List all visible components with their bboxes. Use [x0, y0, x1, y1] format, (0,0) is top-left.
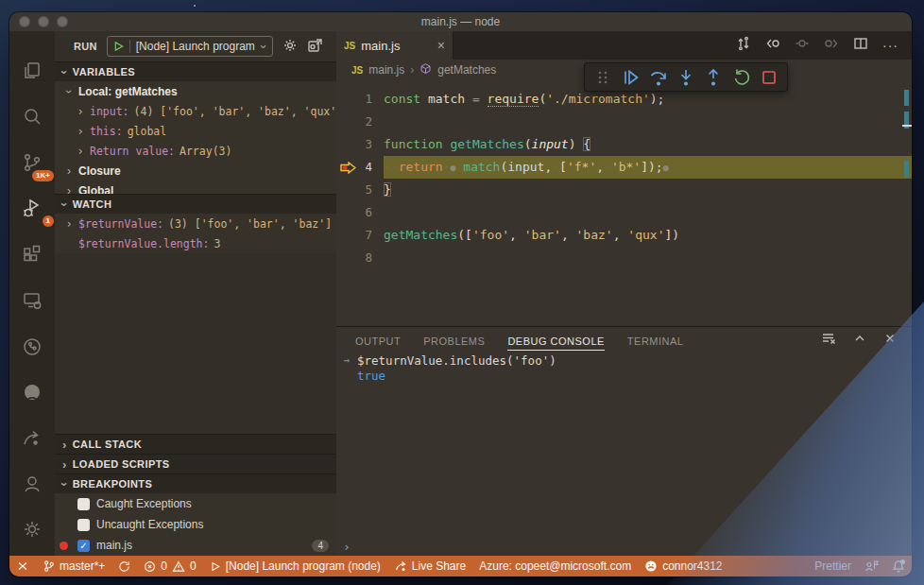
- active-debug-session[interactable]: [Node] Launch program (node): [203, 556, 387, 576]
- tab-close-icon[interactable]: ×: [437, 38, 445, 53]
- problems-status[interactable]: 0 0: [137, 556, 202, 576]
- breakpoint-caught-exceptions[interactable]: Caught Exceptions: [55, 493, 336, 514]
- tab-mainjs[interactable]: JS main.js ×: [336, 31, 453, 60]
- variable-row[interactable]: › input: (4) ['foo', 'bar', 'baz', 'qux'…: [55, 101, 336, 121]
- code-text: [384, 111, 912, 133]
- prettier-status[interactable]: Prettier: [808, 556, 858, 576]
- github-icon[interactable]: [9, 370, 55, 416]
- variable-value: global: [128, 125, 167, 138]
- watch-section-header[interactable]: › WATCH: [55, 194, 336, 214]
- code-editor[interactable]: 1const match = require('./micromatch');2…: [336, 80, 912, 326]
- feedback-icon[interactable]: [858, 556, 885, 576]
- code-text: getMatches(['foo', 'bar', 'baz', 'qux']): [384, 224, 912, 247]
- compare-changes-icon[interactable]: [736, 36, 751, 55]
- scm-badge: 1K+: [32, 170, 54, 181]
- code-line-6: 6: [336, 201, 912, 224]
- code-text: }: [384, 179, 912, 201]
- loaded-scripts-section-header[interactable]: › LOADED SCRIPTS: [55, 454, 336, 473]
- launch-config-dropdown[interactable]: [Node] Launch program ›: [107, 36, 273, 57]
- code-text: function getMatches(input) {: [384, 133, 912, 156]
- warning-count: 0: [190, 559, 197, 573]
- git-branch-status[interactable]: master*+: [36, 556, 111, 576]
- code-text: [384, 201, 912, 224]
- tab-terminal[interactable]: TERMINAL: [627, 331, 684, 350]
- debug-session-label: [Node] Launch program (node): [226, 559, 381, 573]
- breakpoint-gutter[interactable]: [336, 133, 359, 156]
- scope-closure[interactable]: › Closure: [55, 161, 336, 181]
- live-share-status[interactable]: Live Share: [387, 556, 472, 576]
- debug-console-content[interactable]: → $returnValue.includes('foo') true ›: [336, 353, 912, 556]
- debug-settings-gear-icon[interactable]: [282, 38, 298, 56]
- tab-problems[interactable]: PROBLEMS: [423, 331, 485, 350]
- breadcrumb-file[interactable]: main.js: [368, 63, 404, 77]
- restart-button[interactable]: [729, 65, 754, 90]
- editor-group: JS main.js ×: [336, 31, 912, 556]
- checkbox-unchecked[interactable]: [77, 519, 90, 531]
- split-editor-icon[interactable]: [853, 36, 868, 55]
- line-number: 4: [359, 156, 384, 179]
- step-into-button[interactable]: [674, 65, 698, 90]
- remote-explorer-icon[interactable]: [9, 278, 55, 324]
- navigate-back-icon[interactable]: [765, 36, 780, 55]
- js-file-icon: JS: [344, 41, 355, 51]
- breakpoint-gutter[interactable]: [336, 247, 359, 269]
- checkbox-checked[interactable]: ✓: [77, 540, 90, 552]
- overview-ruler[interactable]: [902, 80, 912, 326]
- accounts-icon[interactable]: [9, 461, 55, 507]
- more-actions-icon[interactable]: ···: [882, 38, 898, 53]
- debug-badge: 1: [43, 215, 54, 227]
- step-out-button[interactable]: [701, 65, 726, 90]
- breakpoint-uncaught-exceptions[interactable]: Uncaught Exceptions: [55, 514, 336, 535]
- source-control-icon[interactable]: 1K+: [9, 140, 55, 186]
- notifications-bell-icon[interactable]: [885, 556, 912, 576]
- continue-button[interactable]: [618, 65, 642, 90]
- github-account-status[interactable]: connor4312: [638, 556, 728, 576]
- settings-gear-icon[interactable]: [9, 507, 55, 552]
- console-input-row[interactable]: ›: [336, 539, 912, 556]
- breakpoints-section-header[interactable]: › BREAKPOINTS: [55, 473, 336, 493]
- breakpoint-gutter[interactable]: [336, 201, 359, 224]
- explorer-icon[interactable]: [9, 48, 55, 95]
- variable-row[interactable]: › Return value: Array(3): [55, 141, 336, 161]
- extensions-icon[interactable]: [9, 232, 55, 278]
- watch-row[interactable]: $returnValue.length: 3: [55, 233, 336, 253]
- breadcrumb-symbol[interactable]: getMatches: [437, 63, 496, 77]
- error-count: 0: [161, 559, 167, 573]
- chevron-icon: ›: [76, 146, 85, 157]
- line-number: 2: [359, 111, 384, 133]
- tab-debug-console[interactable]: DEBUG CONSOLE: [507, 331, 604, 351]
- breakpoint-gutter[interactable]: [336, 111, 359, 133]
- open-launch-config-icon[interactable]: [307, 38, 323, 56]
- azure-account-status[interactable]: Azure: copeet@microsoft.com: [472, 556, 638, 576]
- close-panel-icon[interactable]: [883, 332, 897, 349]
- breakpoint-gutter[interactable]: [336, 179, 359, 201]
- line-number: 5: [359, 179, 384, 201]
- variable-value: (4) ['foo', 'bar', 'baz', 'qux']: [134, 105, 336, 118]
- variable-row[interactable]: › this: global: [55, 121, 336, 141]
- live-share-icon[interactable]: [9, 416, 55, 462]
- remote-indicator[interactable]: [9, 556, 36, 576]
- toolbar-drag-grip[interactable]: [590, 65, 615, 90]
- watch-row[interactable]: › $returnValue: (3) ['foo', 'bar', 'baz'…: [55, 214, 336, 233]
- step-over-button[interactable]: [646, 65, 671, 90]
- breakpoint-gutter[interactable]: [336, 88, 359, 111]
- overview-mark: [904, 161, 909, 178]
- tab-output[interactable]: OUTPUT: [355, 331, 401, 350]
- run-label: RUN: [74, 41, 97, 52]
- debug-current-line-breakpoint-icon[interactable]: [336, 156, 359, 179]
- sync-changes-button[interactable]: [111, 556, 137, 576]
- console-input-prompt: ›: [336, 539, 357, 556]
- variables-section-header[interactable]: › VARIABLES: [55, 61, 336, 81]
- breakpoint-gutter[interactable]: [336, 224, 359, 247]
- breakpoint-mainjs[interactable]: ✓ main.js 4: [55, 535, 336, 556]
- search-icon[interactable]: [9, 95, 55, 141]
- scope-local[interactable]: › Local: getMatches: [55, 81, 336, 101]
- maximize-panel-icon[interactable]: [853, 332, 866, 349]
- status-bar: master*+ 0 0 [Node] Launch program (node…: [9, 556, 912, 576]
- clear-console-icon[interactable]: [821, 331, 836, 350]
- call-stack-section-header[interactable]: › CALL STACK: [55, 434, 336, 454]
- stop-button[interactable]: [757, 65, 781, 90]
- run-debug-icon[interactable]: 1: [9, 186, 55, 232]
- checkbox-unchecked[interactable]: [77, 498, 90, 510]
- gitlens-icon[interactable]: [9, 323, 55, 370]
